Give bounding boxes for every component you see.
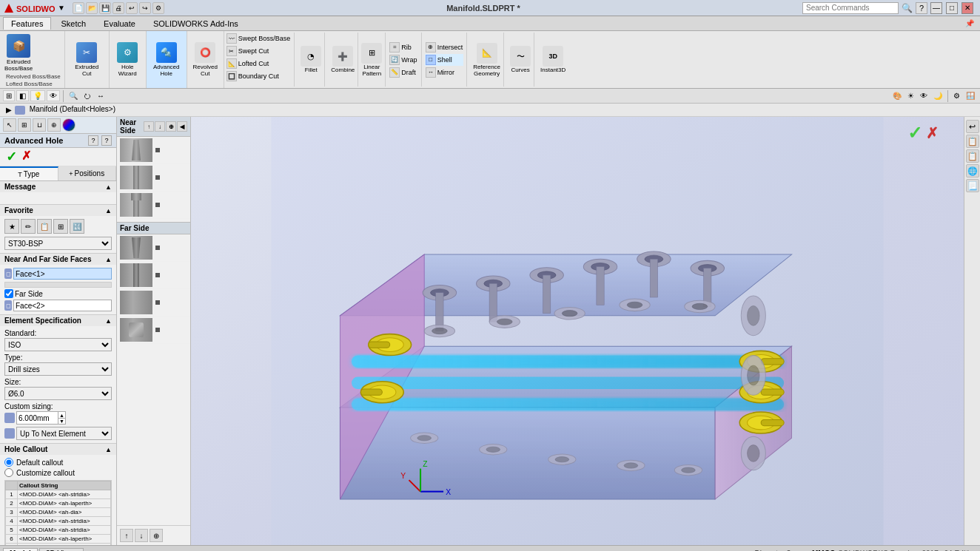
tab-addins[interactable]: SOLIDWORKS Add-Ins	[145, 17, 246, 30]
far-side-add[interactable]: ↑	[120, 529, 133, 542]
qat-redo[interactable]: ↪	[139, 2, 151, 14]
qat-print[interactable]: 🖨	[113, 2, 124, 14]
view-shadows-button[interactable]: 🌙	[931, 91, 944, 101]
far-side-checkbox[interactable]	[4, 289, 13, 298]
extruded-boss-button[interactable]: 📦 ExtrudedBoss/Base	[3, 33, 34, 73]
spin-up[interactable]: ▲	[58, 412, 65, 418]
favorite-dropdown[interactable]: ST30-BSP	[4, 237, 112, 250]
view-windows-button[interactable]: 🪟	[964, 91, 977, 101]
draft-button[interactable]: 📏 Draft	[389, 67, 417, 78]
close-button[interactable]: ✕	[961, 2, 973, 14]
default-callout-radio[interactable]	[4, 458, 13, 467]
view-display-button[interactable]: 💡	[30, 90, 45, 101]
view-zoom-button[interactable]: 🔍	[67, 91, 80, 101]
panel-help-btn1[interactable]: ?	[88, 135, 98, 146]
panel-select-icon[interactable]: ↖	[3, 118, 16, 132]
near-side-collapse[interactable]: ◀	[177, 121, 187, 132]
advanced-hole-button[interactable]: 🔩 AdvancedHole	[153, 42, 180, 77]
fav-icon-2[interactable]: ✏	[21, 219, 36, 234]
lofted-cut-button[interactable]: 📐 Lofted Cut	[226, 58, 292, 70]
tab-features[interactable]: Features	[3, 17, 51, 30]
custom-size-input[interactable]	[17, 412, 58, 424]
element-spec-section-header[interactable]: Element Specification ▲	[0, 315, 116, 326]
message-section-header[interactable]: Message ▲	[0, 181, 116, 192]
view-rotate-button[interactable]: ⭮	[81, 91, 93, 101]
far-side-remove[interactable]: ↓	[135, 529, 148, 542]
panel-help-btn2[interactable]: ?	[101, 135, 112, 146]
hole-option-2[interactable]	[117, 164, 190, 192]
hole-callout-section-header[interactable]: Hole Callout ▲	[0, 444, 116, 455]
view-options-button[interactable]: ⚙	[951, 91, 962, 101]
qat-undo[interactable]: ↩	[126, 2, 138, 14]
hole-option-boss[interactable]	[117, 317, 190, 344]
search-icon[interactable]: 🔍	[902, 3, 913, 13]
spin-down[interactable]: ▼	[58, 418, 65, 424]
combine-button[interactable]: ➕ Combine	[331, 46, 355, 73]
near-face-input[interactable]	[13, 268, 112, 280]
wrap-button[interactable]: 🔄 Wrap	[389, 54, 417, 66]
qat-new[interactable]: 📄	[73, 2, 84, 14]
view-hide-button[interactable]: 👁	[47, 90, 60, 101]
view-section-button[interactable]: ◧	[16, 90, 29, 101]
view-orient-button[interactable]: ⊞	[3, 90, 15, 101]
view-scene-button[interactable]: ☀	[905, 91, 916, 101]
hole-option-5[interactable]	[117, 262, 190, 289]
face-slider[interactable]	[4, 282, 112, 288]
swept-boss-button[interactable]: 〰 Swept Boss/Base	[226, 33, 292, 44]
hole-option-6[interactable]	[117, 289, 190, 317]
standard-dropdown[interactable]: ISO	[4, 338, 112, 351]
right-tool-doc[interactable]: 📃	[966, 179, 979, 192]
tab-evaluate[interactable]: Evaluate	[95, 17, 144, 30]
fillet-button[interactable]: ◔ Fillet	[301, 46, 321, 73]
faces-section-header[interactable]: Near And Far Side Faces ▲	[0, 254, 116, 265]
reference-geometry-button[interactable]: 📐 ReferenceGeometry	[473, 43, 500, 77]
intersect-button[interactable]: ⊕ Intersect	[425, 41, 464, 53]
mirror-button[interactable]: ↔ Mirror	[425, 67, 464, 78]
restore-button[interactable]: □	[946, 2, 958, 14]
swept-cut-button[interactable]: ✂ Swept Cut	[226, 45, 292, 57]
view-realview-button[interactable]: 👁	[918, 91, 930, 101]
near-side-icon3[interactable]: ⊕	[166, 121, 176, 132]
fav-icon-3[interactable]: 📋	[37, 219, 52, 234]
shell-button[interactable]: □ Shell	[425, 54, 464, 66]
favorite-section-header[interactable]: Favorite ▲	[0, 205, 116, 216]
minimize-button[interactable]: —	[930, 2, 942, 14]
hole-wizard-button[interactable]: ⚙ HoleWizard	[117, 42, 138, 77]
far-side-options[interactable]: ⊕	[150, 529, 163, 542]
depth-dropdown[interactable]: Up To Next Element	[16, 427, 112, 440]
fav-icon-1[interactable]: ★	[4, 219, 19, 234]
breadcrumb-arrow[interactable]: ▶	[6, 106, 12, 114]
qat-save[interactable]: 💾	[99, 2, 111, 14]
ok-button[interactable]: ✓	[6, 150, 17, 163]
panel-color-icon[interactable]	[62, 118, 75, 132]
help-icon[interactable]: ?	[916, 2, 927, 14]
panel-tab-type[interactable]: T Type	[0, 166, 58, 180]
panel-expand-icon[interactable]: ⊔	[33, 118, 46, 132]
reject-x[interactable]: ✗	[926, 124, 939, 142]
instant3d-button[interactable]: 3D Instant3D	[540, 46, 565, 73]
boundary-cut-button[interactable]: 🔲 Boundary Cut	[226, 70, 292, 82]
type-dropdown[interactable]: Drill sizes	[4, 362, 112, 376]
far-face-input[interactable]	[13, 300, 112, 311]
menu-arrow[interactable]: ▼	[56, 3, 67, 13]
view-appearance-button[interactable]: 🎨	[890, 91, 904, 101]
hole-option-4[interactable]	[117, 234, 190, 262]
hole-option-3[interactable]	[117, 192, 190, 219]
cancel-button[interactable]: ✗	[21, 150, 31, 163]
lofted-boss-button[interactable]: Lofted Boss/Base	[6, 81, 61, 87]
right-tool-undo[interactable]: ↩	[966, 120, 979, 133]
search-input[interactable]	[802, 2, 899, 14]
right-tool-clipboard1[interactable]: 📋	[966, 135, 979, 148]
revolved-cut-button[interactable]: ⭕ RevolvedCut	[193, 42, 218, 77]
ribbon-pin[interactable]: 📌	[962, 19, 977, 27]
size-dropdown[interactable]: Ø6.0	[4, 387, 112, 400]
right-tool-globe[interactable]: 🌐	[966, 164, 979, 178]
rib-button[interactable]: = Rib	[389, 41, 417, 53]
view-pan-button[interactable]: ↔	[95, 91, 107, 101]
tab-sketch[interactable]: Sketch	[53, 17, 94, 30]
fav-icon-5[interactable]: 🔣	[70, 219, 84, 234]
revolved-boss-button[interactable]: Revolved Boss/Base	[6, 73, 61, 80]
hole-option-1[interactable]	[117, 137, 190, 164]
qat-options[interactable]: ⚙	[152, 2, 164, 14]
customize-callout-radio[interactable]	[4, 468, 13, 477]
